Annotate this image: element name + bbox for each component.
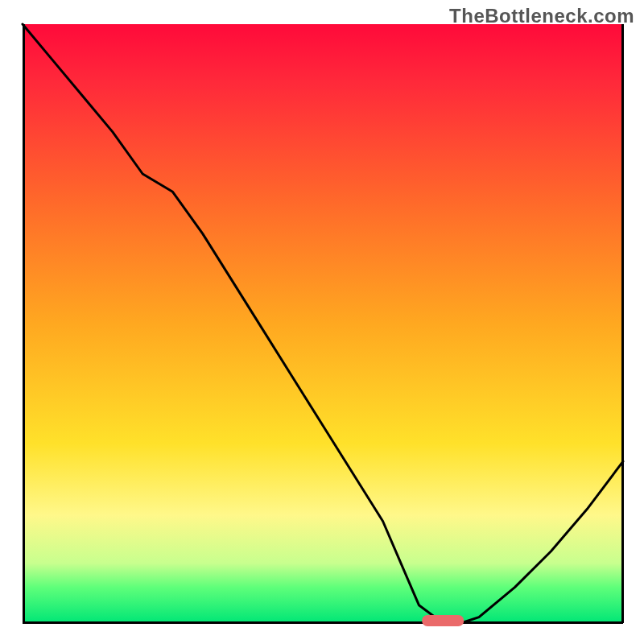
chart-svg: [23, 24, 623, 623]
bottleneck-curve: [23, 24, 623, 623]
optimal-marker: [422, 615, 464, 626]
chart-container: TheBottleneck.com: [0, 0, 644, 644]
